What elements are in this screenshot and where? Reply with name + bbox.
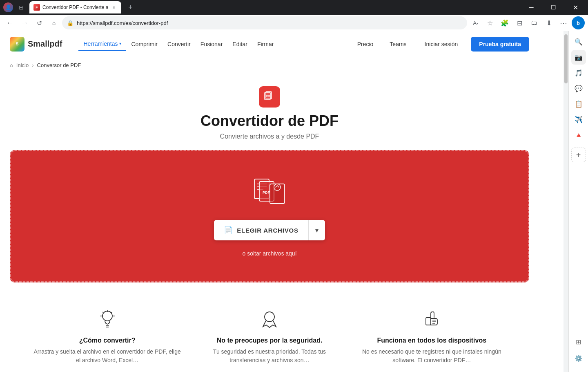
svg-rect-9 xyxy=(270,184,285,204)
file-choose-icon: 📄 xyxy=(224,226,233,235)
svg-rect-20 xyxy=(426,318,431,325)
close-btn[interactable]: ✕ xyxy=(566,1,585,14)
collections-btn[interactable]: 🗂 xyxy=(528,16,541,29)
read-aloud-btn[interactable]: Aᵣ xyxy=(469,16,482,29)
breadcrumb-home-link[interactable]: Inicio xyxy=(16,62,29,68)
nav-precio[interactable]: Precio xyxy=(352,38,379,51)
feature-security-title: No te preocupes por la seguridad. xyxy=(195,337,344,344)
award-icon xyxy=(195,309,344,332)
svg-text:PDF: PDF xyxy=(263,190,270,195)
browser-avatar[interactable]: 👤 xyxy=(3,2,13,12)
feature-devices: Funciona en todos los dispositivos No es… xyxy=(357,309,506,365)
file-convert-illustration: PDF xyxy=(251,176,288,208)
drop-text: o soltar archivos aquí xyxy=(242,250,296,257)
thumbsup-icon xyxy=(357,309,506,332)
dropdown-arrow-btn[interactable]: ▾ xyxy=(309,220,325,240)
trial-btn[interactable]: Prueba gratuita xyxy=(471,37,529,52)
tab-favicon: P xyxy=(33,4,40,11)
home-icon: ⌂ xyxy=(10,62,13,68)
lock-icon: 🔒 xyxy=(67,20,74,26)
trello-sidebar-btn[interactable]: 📋 xyxy=(571,96,586,111)
hero-subtitle: Convierte archivos a y desde PDF xyxy=(10,133,529,140)
layout-sidebar-btn[interactable]: ⊞ xyxy=(571,334,586,349)
nav-fusionar[interactable]: Fusionar xyxy=(196,38,227,51)
nav-comprimir[interactable]: Comprimir xyxy=(126,38,163,51)
bing-btn[interactable]: b xyxy=(572,16,585,29)
settings-sidebar-btn[interactable]: ⚙️ xyxy=(571,351,586,365)
tab-title: Convertidor PDF - Convierte a xyxy=(42,4,108,10)
new-tab-btn[interactable]: + xyxy=(125,2,136,13)
home-btn[interactable]: ⌂ xyxy=(47,16,60,29)
minimize-btn[interactable]: ─ xyxy=(522,1,541,14)
right-sidebar: 🔍 📷 🎵 💬 📋 ✈️ 🔺 + ⊞ ⚙️ xyxy=(568,31,588,372)
features-section: ¿Cómo convertir? Arrastra y suelta el ar… xyxy=(0,292,539,372)
feature-how-to-title: ¿Cómo convertir? xyxy=(33,337,182,344)
svg-point-11 xyxy=(102,311,112,321)
feature-devices-desc: No es necesario que te registres ni que … xyxy=(357,347,506,365)
browser-body: S Smallpdf Herramientas ▾ Comprimir Conv… xyxy=(0,31,588,372)
add-sidebar-btn[interactable]: + xyxy=(571,148,586,162)
nav-editar[interactable]: Editar xyxy=(227,38,252,51)
drive-sidebar-btn[interactable]: 🔺 xyxy=(571,128,586,142)
nav-firmar[interactable]: Firmar xyxy=(252,38,278,51)
refresh-btn[interactable]: ↺ xyxy=(33,16,46,29)
hero-section: PDF Convertidor de PDF Convierte archivo… xyxy=(0,73,539,150)
breadcrumb-current: Conversor de PDF xyxy=(37,62,81,68)
hero-title: Convertidor de PDF xyxy=(10,112,529,130)
svg-point-19 xyxy=(265,312,274,322)
site-nav: Herramientas ▾ Comprimir Convertir Fusio… xyxy=(78,37,278,51)
scrollbar[interactable] xyxy=(564,31,568,372)
svg-line-15 xyxy=(111,312,112,313)
site-logo[interactable]: S Smallpdf xyxy=(10,37,62,52)
telegram-sidebar-btn[interactable]: ✈️ xyxy=(571,112,586,127)
maximize-btn[interactable]: ☐ xyxy=(544,1,563,14)
drop-zone[interactable]: PDF 📄 ELEGIR ARCHIVOS ▾ xyxy=(10,150,529,282)
address-bar[interactable]: 🔒 https://smallpdf.com/es/convertidor-pd… xyxy=(62,16,467,29)
nav-tools[interactable]: Herramientas ▾ xyxy=(78,37,126,51)
browser-tab-active[interactable]: P Convertidor PDF - Convierte a ✕ xyxy=(29,1,121,13)
spotify-sidebar-btn[interactable]: 🎵 xyxy=(571,65,586,80)
lightbulb-icon xyxy=(33,309,182,332)
hero-icon: PDF xyxy=(259,86,280,108)
choose-files-label: ELEGIR ARCHIVOS xyxy=(237,227,298,234)
scrollbar-thumb[interactable] xyxy=(564,34,568,83)
favorites-btn[interactable]: ☆ xyxy=(483,16,497,29)
feature-how-to: ¿Cómo convertir? Arrastra y suelta el ar… xyxy=(33,309,182,365)
split-view-btn[interactable]: ⊟ xyxy=(513,16,526,29)
url-text: https://smallpdf.com/es/convertidor-pdf xyxy=(77,20,462,26)
sidebar-toggle-btn[interactable]: ⊟ xyxy=(16,2,26,12)
feature-security: No te preocupes por la seguridad. Tu seg… xyxy=(195,309,344,365)
tools-dropdown-icon: ▾ xyxy=(119,41,121,46)
camera-sidebar-btn[interactable]: 📷 xyxy=(571,50,586,65)
extensions-btn[interactable]: 🧩 xyxy=(498,16,511,29)
feature-devices-title: Funciona en todos los dispositivos xyxy=(357,337,506,344)
whatsapp-sidebar-btn[interactable]: 💬 xyxy=(571,81,586,96)
svg-line-16 xyxy=(102,312,104,313)
nav-convertir[interactable]: Convertir xyxy=(163,38,196,51)
page-content: S Smallpdf Herramientas ▾ Comprimir Conv… xyxy=(0,31,564,372)
logo-text: Smallpdf xyxy=(28,39,62,49)
back-btn[interactable]: ← xyxy=(3,16,16,29)
sidebar-divider xyxy=(574,145,584,145)
pdf-convert-icon: PDF xyxy=(263,91,276,103)
tab-close-btn[interactable]: ✕ xyxy=(111,4,117,11)
browser-window: 👤 ⊟ P Convertidor PDF - Convierte a ✕ + … xyxy=(0,0,588,372)
breadcrumb: ⌂ Inicio › Conversor de PDF xyxy=(0,57,539,73)
search-sidebar-btn[interactable]: 🔍 xyxy=(571,34,586,49)
feature-security-desc: Tu seguridad es nuestra prioridad. Todas… xyxy=(195,347,344,365)
browser-titlebar: 👤 ⊟ P Convertidor PDF - Convierte a ✕ + … xyxy=(0,0,588,31)
browser-toolbar: ← → ↺ ⌂ 🔒 https://smallpdf.com/es/conver… xyxy=(0,15,588,31)
nav-teams[interactable]: Teams xyxy=(385,38,411,51)
svg-text:PDF: PDF xyxy=(266,95,270,97)
more-btn[interactable]: ⋯ xyxy=(557,16,570,29)
feature-how-to-desc: Arrastra y suelta el archivo en el conve… xyxy=(33,347,182,365)
drop-zone-illustration: PDF xyxy=(251,176,288,210)
choose-files-btn[interactable]: 📄 ELEGIR ARCHIVOS ▾ xyxy=(214,220,325,240)
site-header: S Smallpdf Herramientas ▾ Comprimir Conv… xyxy=(0,31,539,57)
login-btn[interactable]: Iniciar sesión xyxy=(418,38,465,51)
breadcrumb-separator: › xyxy=(32,62,33,68)
logo-icon: S xyxy=(10,37,24,52)
download-btn[interactable]: ⬇ xyxy=(542,16,555,29)
forward-btn[interactable]: → xyxy=(18,16,31,29)
